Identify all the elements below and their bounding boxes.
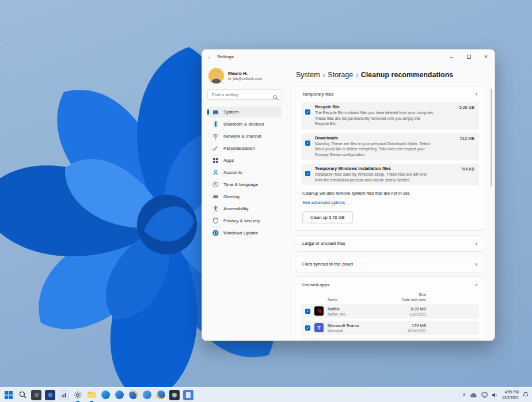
accessibility-icon: [212, 206, 219, 212]
browser-dev-app-icon[interactable]: [142, 390, 152, 400]
large-files-header[interactable]: Large or unused files ∨: [295, 236, 485, 251]
sidebar-item-windows-update[interactable]: Windows Update: [207, 227, 282, 238]
sidebar-item-personalization[interactable]: Personalization: [207, 143, 282, 154]
settings-app-icon[interactable]: [73, 390, 83, 400]
browser-beta-app-icon[interactable]: [128, 390, 138, 400]
netflix-checkbox[interactable]: ✓: [305, 309, 310, 314]
unused-apps-card: Unused apps ∧ Name Size Date last used ✓…: [295, 276, 485, 341]
sidebar-item-apps[interactable]: Apps: [207, 155, 282, 166]
stocks-app-icon[interactable]: [59, 390, 69, 400]
scrollbar[interactable]: [491, 89, 492, 187]
apps-grid-icon: [212, 157, 219, 164]
tray-chevron-icon[interactable]: ∧: [462, 392, 466, 397]
camera-app-icon[interactable]: [169, 390, 180, 400]
sidebar-item-gaming[interactable]: Gaming: [207, 191, 282, 202]
downloads-row: ✓ Downloads Warning: These are files in …: [301, 133, 479, 161]
section-title: Temporary files: [302, 92, 333, 97]
chevron-up-icon[interactable]: ∧: [475, 283, 478, 287]
installation-files-checkbox[interactable]: ✓: [305, 171, 310, 176]
chevron-down-icon[interactable]: ∨: [475, 241, 478, 246]
maximize-icon: [467, 55, 471, 59]
app-row-netflix: ✓ N Netflix Netflix, Inc. 9.25 MB 10/2/2…: [301, 304, 479, 318]
desktop: ← Settings – ×: [0, 0, 532, 402]
item-title: Temporary Windows installation files: [315, 166, 434, 171]
browser-app-icon[interactable]: [114, 390, 124, 400]
back-button[interactable]: ←: [202, 54, 217, 60]
advanced-options-link[interactable]: See advanced options: [302, 200, 345, 205]
minimize-button[interactable]: –: [443, 50, 460, 63]
chevron-up-icon[interactable]: ∧: [475, 92, 478, 97]
breadcrumb-separator: ›: [356, 71, 358, 78]
search-icon: [273, 92, 278, 103]
search-input[interactable]: [208, 90, 281, 100]
user-name: Mauro H.: [228, 71, 262, 76]
breadcrumb-separator: ›: [323, 71, 325, 78]
sidebar-item-privacy[interactable]: Privacy & security: [207, 215, 282, 226]
windows-installation-files-row: ✓ Temporary Windows installation files I…: [301, 164, 479, 185]
task-view-app-icon[interactable]: [31, 390, 41, 400]
teams-icon: T: [314, 323, 324, 332]
clean-up-temporary-button[interactable]: Clean up 5.76 GB: [302, 211, 353, 223]
column-size: Size: [402, 293, 426, 298]
sidebar-item-label: Apps: [223, 158, 234, 163]
item-title: Downloads: [315, 135, 434, 141]
file-explorer-icon[interactable]: [86, 390, 97, 400]
sidebar-item-accessibility[interactable]: Accessibility: [207, 203, 282, 214]
app-date: 10/2/2021: [409, 312, 426, 316]
sidebar-item-time-language[interactable]: Time & language: [207, 179, 282, 190]
network-tray-icon[interactable]: [481, 390, 488, 400]
settings-window: ← Settings – ×: [202, 49, 495, 341]
breadcrumb-storage[interactable]: Storage: [328, 71, 353, 79]
titlebar: ← Settings – ×: [202, 50, 495, 63]
item-size: 512 MB: [460, 136, 474, 141]
notepad-app-icon[interactable]: [183, 390, 193, 400]
tray-clock[interactable]: 4:59 PM 12/2/2021: [502, 389, 519, 400]
temporary-files-header[interactable]: Temporary files ∧: [295, 86, 485, 102]
sidebar-item-label: Gaming: [223, 194, 240, 199]
window-title: Settings: [217, 54, 234, 59]
ubuntu-icon: [314, 340, 324, 341]
sidebar-item-label: Windows Update: [223, 230, 258, 236]
volume-icon[interactable]: [492, 390, 498, 400]
sidebar-item-accounts[interactable]: Accounts: [207, 167, 282, 178]
onedrive-icon[interactable]: [470, 390, 477, 400]
store-app-icon[interactable]: [45, 390, 55, 400]
sidebar-item-bluetooth[interactable]: Bluetooth & devices: [207, 119, 282, 130]
browser-canary-app-icon[interactable]: [155, 390, 166, 400]
temporary-files-card: Temporary files ∧ ✓ Recycle Bin The Recy…: [295, 86, 485, 231]
system-tray: ∧ 4:59 PM 12/2/2021: [462, 389, 529, 400]
account-summary[interactable]: Mauro H. m_lab@outlook.com: [208, 68, 282, 84]
app-publisher: Microsoft: [328, 329, 479, 333]
unused-apps-header[interactable]: Unused apps ∧: [295, 277, 485, 293]
app-name: Netflix: [328, 306, 479, 312]
cloud-files-card: Files synced to the cloud ∨: [295, 256, 485, 272]
update-icon: [212, 230, 219, 236]
bluetooth-icon: [212, 121, 219, 127]
edge-browser-icon[interactable]: [100, 390, 111, 400]
search-button[interactable]: [17, 390, 28, 400]
recycle-bin-checkbox[interactable]: ✓: [305, 109, 310, 115]
app-name: Ubuntu 20.04 LTS: [328, 340, 479, 341]
sidebar-item-label: System: [223, 109, 239, 115]
close-button[interactable]: ×: [477, 50, 495, 63]
app-date: 10/14/2021: [407, 329, 426, 333]
maximize-button[interactable]: [460, 50, 477, 63]
chevron-down-icon[interactable]: ∨: [475, 262, 478, 267]
column-name: Name: [328, 298, 337, 302]
app-row-teams: ✓ T Microsoft Teams Microsoft 179 MB 10/…: [301, 321, 479, 335]
breadcrumb-system[interactable]: System: [296, 71, 320, 79]
sidebar-item-network[interactable]: Network & internet: [207, 131, 282, 142]
cloud-files-header[interactable]: Files synced to the cloud ∨: [295, 256, 485, 272]
start-button[interactable]: [3, 390, 14, 400]
item-size: 5.26 GB: [459, 105, 474, 110]
person-icon: [212, 169, 219, 176]
sidebar-item-system[interactable]: System: [207, 107, 282, 117]
app-name: Microsoft Teams: [328, 323, 479, 328]
item-title: Recycle Bin: [315, 104, 434, 109]
notification-bell-icon[interactable]: [523, 390, 529, 400]
sidebar-item-label: Time & language: [223, 182, 258, 187]
app-row-ubuntu: ✓ Ubuntu 20.04 LTS Canonical Group Limit…: [301, 337, 479, 341]
cleanup-note: Cleanup will also remove system files th…: [302, 191, 478, 196]
downloads-checkbox[interactable]: ✓: [305, 141, 310, 146]
teams-checkbox[interactable]: ✓: [305, 325, 310, 331]
